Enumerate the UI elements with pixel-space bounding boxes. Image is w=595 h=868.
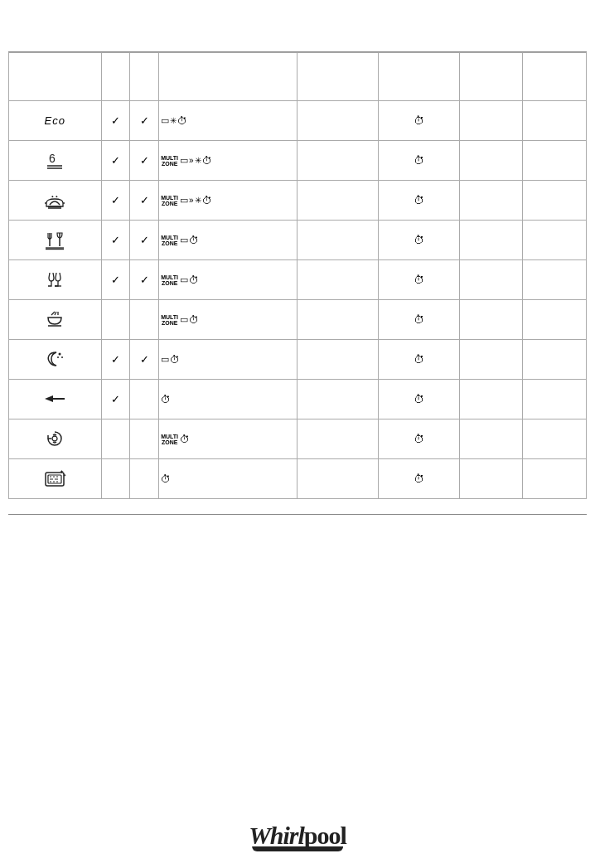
clock-icon: ⏱ bbox=[414, 393, 424, 405]
row-bowl-c2 bbox=[130, 300, 159, 340]
row-fork-c1: ✓ bbox=[101, 221, 130, 260]
row-fork-c2: ✓ bbox=[130, 221, 159, 260]
eco-label: Eco bbox=[45, 114, 65, 127]
square-icon: ▭ bbox=[161, 354, 169, 365]
glassware-icon bbox=[41, 266, 68, 293]
prog-rinse bbox=[9, 380, 102, 419]
row-steam-ex2 bbox=[523, 181, 587, 221]
brand-name: Whirlpool bbox=[249, 822, 346, 850]
row-clean-temp bbox=[298, 459, 379, 499]
prog-moon bbox=[9, 340, 102, 380]
row-bowl-c1 bbox=[101, 300, 130, 340]
square-icon: ▭ bbox=[180, 155, 188, 166]
header-temp bbox=[298, 53, 379, 101]
clock-icon: ⏱ bbox=[414, 353, 424, 366]
svg-line-12 bbox=[51, 312, 55, 315]
row-rinse-temp bbox=[298, 380, 379, 419]
row-moon-ex2 bbox=[523, 340, 587, 380]
clock-icon: ⏱ bbox=[414, 274, 424, 286]
prog-clean: ✦ ✦ bbox=[9, 459, 102, 499]
row-rinse-dur: ⏱ bbox=[379, 380, 460, 419]
row-bowl-dur: ⏱ bbox=[379, 300, 460, 340]
prog-6: 6 bbox=[9, 141, 102, 181]
multizone-label: MULTIZONE bbox=[161, 434, 178, 445]
table-row: ✓ ✓ MULTIZONE ▭ ⏱ ⏱ bbox=[9, 221, 587, 260]
row-6-opts: MULTIZONE ▭ » ✳ ⏱ bbox=[159, 141, 298, 181]
prog-steam bbox=[9, 181, 102, 221]
row-steam-temp bbox=[298, 181, 379, 221]
night-icon bbox=[41, 346, 68, 372]
row-glass-temp bbox=[298, 260, 379, 300]
row-glass-dur: ⏱ bbox=[379, 260, 460, 300]
square-icon: ▭ bbox=[161, 115, 169, 126]
6sensor-icon: 6 bbox=[42, 148, 67, 172]
row-bowl-ex1 bbox=[459, 300, 523, 340]
row-glass-opts: MULTIZONE ▭ ⏱ bbox=[159, 260, 298, 300]
programs-table-container: Eco ✓ ✓ ▭ ✳ ⏱ bbox=[8, 52, 587, 545]
checkmark: ✓ bbox=[140, 114, 149, 127]
row-clean-ex2 bbox=[523, 459, 587, 499]
timer-icon: ⏱ bbox=[189, 314, 199, 326]
table-row: MULTIZONE ▭ ⏱ ⏱ bbox=[9, 300, 587, 340]
clock-icon: ⏱ bbox=[414, 313, 424, 326]
header-program bbox=[9, 53, 102, 101]
checkmark: ✓ bbox=[140, 194, 149, 206]
steam-icon bbox=[41, 187, 68, 213]
row-bowl-ex2 bbox=[523, 300, 587, 340]
prog-eco: Eco bbox=[9, 101, 102, 141]
checkmark: ✓ bbox=[111, 114, 120, 127]
timer-icon: ⏱ bbox=[202, 155, 212, 167]
sparkle-icon: ✳ bbox=[195, 196, 201, 205]
quick-icon bbox=[41, 390, 68, 407]
prog-fork bbox=[9, 221, 102, 260]
row-clean-c1 bbox=[101, 459, 130, 499]
row-steam-ex1 bbox=[459, 181, 523, 221]
header-duration bbox=[379, 53, 460, 101]
multizone-label: MULTIZONE bbox=[161, 274, 178, 286]
row-steam2-opts: MULTIZONE ⏱ bbox=[159, 419, 298, 459]
clock-icon: ⏱ bbox=[414, 154, 424, 167]
svg-text:✦: ✦ bbox=[63, 473, 66, 478]
timer-icon: ⏱ bbox=[177, 115, 187, 127]
page-container: Eco ✓ ✓ ▭ ✳ ⏱ bbox=[0, 0, 595, 868]
row-steam-dur: ⏱ bbox=[379, 181, 460, 221]
row-rinse-c2 bbox=[130, 380, 159, 419]
whirlpool-logo: Whirlpool bbox=[249, 822, 346, 851]
row-glass-c2: ✓ bbox=[130, 260, 159, 300]
table-row: Eco ✓ ✓ ▭ ✳ ⏱ bbox=[9, 101, 587, 141]
row-steam-c1: ✓ bbox=[101, 181, 130, 221]
row-6-c2: ✓ bbox=[130, 141, 159, 181]
checkmark: ✓ bbox=[140, 353, 149, 366]
row-moon-c2: ✓ bbox=[130, 340, 159, 380]
svg-point-17 bbox=[61, 356, 63, 358]
square-icon: ▭ bbox=[180, 195, 188, 206]
prog-glass bbox=[9, 260, 102, 300]
row-eco-c2: ✓ bbox=[130, 101, 159, 141]
sparkle-icon: ✳ bbox=[195, 156, 201, 165]
row-steam-opts: MULTIZONE ▭ » ✳ ⏱ bbox=[159, 181, 298, 221]
table-row: 6 ✓ ✓ MULTIZONE ▭ bbox=[9, 141, 587, 181]
row-moon-dur: ⏱ bbox=[379, 340, 460, 380]
multizone-label: MULTIZONE bbox=[161, 195, 178, 206]
spray-arrows-icon: » bbox=[189, 196, 194, 205]
header-col1 bbox=[101, 53, 130, 101]
row-bowl-opts: MULTIZONE ▭ ⏱ bbox=[159, 300, 298, 340]
row-steam2-temp bbox=[298, 419, 379, 459]
row-6-ex1 bbox=[459, 141, 523, 181]
soak-icon bbox=[41, 306, 68, 332]
row-steam2-ex1 bbox=[459, 419, 523, 459]
row-eco-opts: ▭ ✳ ⏱ bbox=[159, 101, 298, 141]
checkmark: ✓ bbox=[140, 274, 149, 286]
row-eco-ex2 bbox=[523, 101, 587, 141]
clock-icon: ⏱ bbox=[414, 194, 424, 206]
row-clean-opts: ⏱ bbox=[159, 459, 298, 499]
sanitize-icon bbox=[41, 425, 68, 452]
row-moon-opts: ▭ ⏱ bbox=[159, 340, 298, 380]
timer-icon: ⏱ bbox=[189, 235, 199, 246]
checkmark: ✓ bbox=[111, 393, 120, 405]
spray-arrows-icon: » bbox=[189, 156, 194, 165]
table-row: ✦ ✦ ⏱ ⏱ bbox=[9, 459, 587, 499]
cutlery-icon bbox=[41, 226, 68, 253]
row-rinse-ex1 bbox=[459, 380, 523, 419]
multizone-label: MULTIZONE bbox=[161, 155, 178, 167]
